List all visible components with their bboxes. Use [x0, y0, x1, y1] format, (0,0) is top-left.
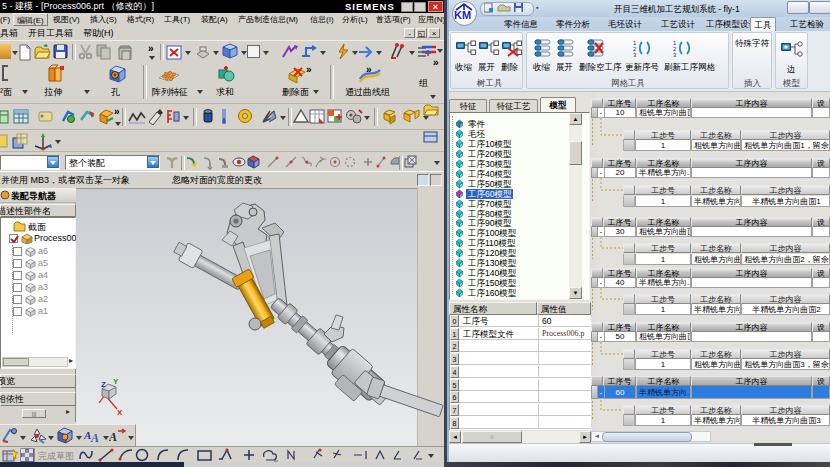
svg-text:Z: Z: [101, 380, 106, 389]
svg-text:Y: Y: [113, 377, 119, 386]
svg-text:3: 3: [673, 52, 677, 57]
svg-text:3: 3: [633, 52, 637, 57]
svg-text:X: X: [117, 408, 123, 417]
